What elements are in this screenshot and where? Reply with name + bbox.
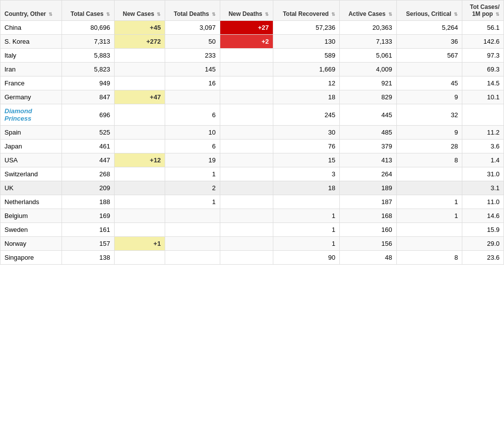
cell-country: S. Korea: [0, 35, 62, 49]
cell-total-recovered: 18: [273, 181, 340, 195]
cell-country: USA: [0, 153, 62, 167]
table-row: Spain5251030485911.2: [0, 126, 504, 140]
cell-total-cases: 447: [62, 153, 115, 167]
diamond-princess-label: DiamondPrincess: [4, 107, 32, 122]
col-header-tot_cases_1m[interactable]: Tot Cases/ 1M pop ⇅: [462, 0, 504, 21]
cell-total-cases: 209: [62, 181, 115, 195]
cell-new-cases: +47: [115, 90, 165, 104]
cell-new-cases: +1: [115, 237, 165, 251]
cell-total-cases: 268: [62, 167, 115, 181]
cell-tot-cases-1m: 142.6: [462, 35, 504, 49]
table-row: DiamondPrincess696624544532: [0, 104, 504, 126]
cell-total-recovered: 3: [273, 167, 340, 181]
cell-total-recovered: 57,236: [273, 21, 340, 35]
cell-total-deaths: 50: [165, 35, 220, 49]
cell-active-cases: 187: [339, 195, 396, 209]
cell-serious-critical: 1: [396, 195, 462, 209]
cell-new-deaths: [220, 76, 273, 90]
table-row: Singapore1389048823.6: [0, 251, 504, 265]
cell-total-recovered: 30: [273, 126, 340, 140]
cell-active-cases: 921: [339, 76, 396, 90]
cell-total-cases: 525: [62, 126, 115, 140]
cell-tot-cases-1m: 23.6: [462, 251, 504, 265]
cell-active-cases: 156: [339, 237, 396, 251]
cell-tot-cases-1m: 10.1: [462, 90, 504, 104]
col-header-total_cases[interactable]: Total Cases ⇅: [62, 0, 115, 21]
cell-total-deaths: [165, 251, 220, 265]
sort-icon: ⇅: [496, 12, 500, 17]
cell-new-deaths: +27: [220, 21, 273, 35]
cell-total-recovered: 90: [273, 251, 340, 265]
col-header-new_cases[interactable]: New Cases ⇅: [115, 0, 165, 21]
cell-new-cases: [115, 140, 165, 153]
cell-tot-cases-1m: 15.9: [462, 223, 504, 237]
cell-total-deaths: 19: [165, 153, 220, 167]
cell-serious-critical: 5,264: [396, 21, 462, 35]
cell-new-deaths: [220, 251, 273, 265]
col-header-country[interactable]: Country, Other ⇅: [0, 0, 62, 21]
cell-total-deaths: [165, 209, 220, 223]
cell-new-deaths: [220, 209, 273, 223]
cell-new-deaths: [220, 49, 273, 63]
cell-total-deaths: 6: [165, 104, 220, 126]
cell-total-cases: 7,313: [62, 35, 115, 49]
cell-new-cases: [115, 195, 165, 209]
cell-new-cases: [115, 126, 165, 140]
cell-active-cases: 189: [339, 181, 396, 195]
cell-total-recovered: 1,669: [273, 63, 340, 76]
cell-country: Singapore: [0, 251, 62, 265]
cell-serious-critical: 28: [396, 140, 462, 153]
col-header-total_deaths[interactable]: Total Deaths ⇅: [165, 0, 220, 21]
cell-active-cases: 264: [339, 167, 396, 181]
cell-total-recovered: 18: [273, 90, 340, 104]
cell-serious-critical: [396, 223, 462, 237]
cell-serious-critical: 1: [396, 209, 462, 223]
cell-total-cases: 138: [62, 251, 115, 265]
cell-total-recovered: 1: [273, 223, 340, 237]
col-header-new_deaths[interactable]: New Deaths ⇅: [220, 0, 273, 21]
cell-total-deaths: [165, 237, 220, 251]
cell-total-cases: 80,696: [62, 21, 115, 35]
cell-active-cases: 379: [339, 140, 396, 153]
cell-new-cases: [115, 181, 165, 195]
table-row: Belgium1691168114.6: [0, 209, 504, 223]
cell-total-deaths: [165, 90, 220, 104]
cell-new-deaths: [220, 195, 273, 209]
table-row: Iran5,8231451,6694,00969.3: [0, 63, 504, 76]
cell-serious-critical: 567: [396, 49, 462, 63]
col-header-serious_critical[interactable]: Serious, Critical ⇅: [396, 0, 462, 21]
cell-total-cases: 161: [62, 223, 115, 237]
cell-country: Italy: [0, 49, 62, 63]
cell-new-cases: [115, 223, 165, 237]
cell-tot-cases-1m: 11.2: [462, 126, 504, 140]
cell-new-cases: [115, 49, 165, 63]
cell-new-cases: [115, 76, 165, 90]
sort-icon: ⇅: [454, 12, 458, 17]
cell-total-recovered: 245: [273, 104, 340, 126]
cell-new-deaths: [220, 126, 273, 140]
cell-tot-cases-1m: 14.5: [462, 76, 504, 90]
cell-new-cases: +272: [115, 35, 165, 49]
cell-total-deaths: 10: [165, 126, 220, 140]
cell-tot-cases-1m: 3.6: [462, 140, 504, 153]
col-header-total_recovered[interactable]: Total Recovered ⇅: [273, 0, 340, 21]
cell-new-deaths: [220, 167, 273, 181]
cell-serious-critical: [396, 181, 462, 195]
cell-country: Sweden: [0, 223, 62, 237]
cell-total-deaths: 145: [165, 63, 220, 76]
cell-country: France: [0, 76, 62, 90]
cell-tot-cases-1m: 29.0: [462, 237, 504, 251]
cell-new-cases: [115, 63, 165, 76]
table-row: Italy5,8832335895,06156797.3: [0, 49, 504, 63]
sort-icon: ⇅: [49, 12, 53, 17]
cell-active-cases: 160: [339, 223, 396, 237]
cell-total-recovered: 589: [273, 49, 340, 63]
table-row: Norway157+1115629.0: [0, 237, 504, 251]
col-header-active_cases[interactable]: Active Cases ⇅: [339, 0, 396, 21]
cell-active-cases: 5,061: [339, 49, 396, 63]
cell-country: DiamondPrincess: [0, 104, 62, 126]
cell-total-cases: 169: [62, 209, 115, 223]
cell-new-deaths: [220, 63, 273, 76]
cell-country: Spain: [0, 126, 62, 140]
cell-tot-cases-1m: 11.0: [462, 195, 504, 209]
